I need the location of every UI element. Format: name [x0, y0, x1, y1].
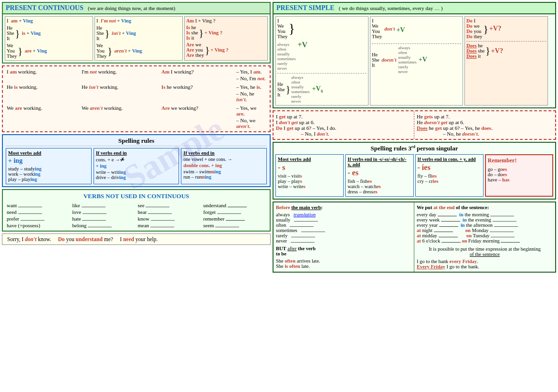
sp3-i4: fish – fishes — [347, 179, 411, 184]
ex-ans-2: – Yes, he is. — [236, 84, 266, 90]
get-l3: Do I get up at 6? – Yes, I do. — [276, 125, 411, 131]
v13: have (=possess) — [7, 222, 69, 228]
ex-spacer-3a — [7, 117, 81, 129]
sp3-i8: cry – cries — [418, 179, 481, 184]
ps-neg-cell: IWeYouThey don't +V HeSheIt do — [370, 16, 463, 106]
ps-neg-hesheit-row: HeSheIt doesn't alwaysoftenusuallysometi… — [372, 43, 461, 74]
ps-neg-content: IWeYouThey don't +V — [372, 18, 461, 42]
pc-examples-box: I am working. I'm not working. Am I work… — [2, 65, 271, 132]
verbs-content: VERBS NOT USED IN CONTINUOUS want like s… — [3, 190, 270, 231]
ps-neg-iweyyouthey: IWeYouThey don't — [372, 18, 395, 39]
tl-6: never — [276, 238, 411, 244]
ps-aff-cell: IWeYouThey } alwaysoftenusuallysometimes… — [275, 16, 368, 106]
sp-col2-sub: cons. + e →✗ — [96, 157, 177, 162]
get-r1: He gets up at 7. — [417, 114, 553, 119]
pc-aff-cell: I am + Ving HeSheIt } is + Ving WeYouThe… — [5, 16, 93, 61]
ps-q-do-row: Do I Do we Do you Do they } +V? — [466, 18, 546, 39]
sp3-i5: watch – watches — [347, 184, 411, 189]
ex-ans-3: – Yes, we are. — [236, 105, 266, 117]
sp3-col2: If verbs end in -s/-ss/-sh/-ch/- x, add … — [345, 154, 413, 197]
sp-col2-items: write – writing drive – driving — [96, 170, 177, 180]
ps-aff-he-she-it-group: HeSheIt } alwaysoftenusuallysometimesrar… — [277, 75, 367, 104]
get-content: I get up at 7. I don't get up at 6. Do I… — [274, 111, 555, 139]
v10: hate — [72, 216, 135, 222]
pc-he-she-it: HeSheIt — [7, 25, 14, 41]
ps-aff-hesheit-row: HeSheIt } alwaysoftenusuallysometimesrar… — [277, 73, 367, 104]
sp-item-5: drive – driving — [96, 175, 177, 180]
ex-spacer-2a — [7, 91, 81, 102]
v9: prefer — [7, 216, 69, 222]
tl-5: rarely — [276, 233, 411, 238]
sp-col1-highlight: + ing — [8, 157, 89, 165]
get-left: I get up at 7. I don't get up at 6. Do I… — [274, 111, 414, 139]
sp-col3-title: If verbs end in — [183, 150, 264, 156]
time-eg1: I go to the bank every Friday. — [417, 259, 553, 264]
time-right-rows: every day in the morning every week in t… — [417, 212, 553, 244]
ps-neg-list: IWeYouThey — [372, 18, 382, 39]
pc-aff-hesheit: HeSheIt } is + Ving — [7, 25, 91, 41]
ps-neg-subjects: IWeYouThey don't — [372, 18, 395, 42]
ps-freq-2: alwaysoftenusuallysometimesrarelynever — [291, 75, 310, 104]
ex-aff-2: He is working. — [7, 84, 81, 90]
sp-item-2: work – working — [8, 171, 89, 177]
v7: hear — [138, 209, 200, 215]
ps-q-v-1: +V? — [489, 25, 501, 32]
get-r4: – No, he doesn't. — [417, 131, 553, 137]
ex-spacer-1b — [82, 75, 160, 81]
v4: understand — [203, 202, 266, 208]
sp-item-6: swim – swimming — [183, 169, 264, 174]
time-content: Before the main verb: always translation… — [274, 202, 555, 272]
brace-ps1: } — [289, 22, 295, 35]
brace-5: } — [199, 26, 204, 40]
get-examples-box: I get up at 7. I don't get up at 6. Do I… — [273, 110, 556, 140]
tr-6: at 6 o'clock on Friday morning — [417, 238, 553, 244]
ps-freq-3: alwaysoftenusuallysometimesrarelynever — [398, 45, 417, 74]
verbs-title: VERBS NOT USED IN CONTINUOUS — [7, 192, 266, 200]
sp3-col1-items: visit – visits play – plays write – writ… — [278, 173, 341, 189]
sp-item-3: play – playing — [8, 177, 89, 182]
sp3-content: Spelling rules 3rd person singular Most … — [274, 143, 555, 199]
sp3-i1: visit – visits — [278, 173, 341, 179]
ex-q-2: Is he working? — [161, 84, 235, 90]
time-possible: It is possible to put the time expressio… — [417, 246, 553, 257]
v16: seem — [203, 222, 266, 228]
ps-aff-iweyyouthey: IWeYouThey } — [277, 18, 296, 39]
pc-q-is-verbs: Is he Is she Is it — [186, 25, 198, 41]
spelling-title: Spelling rules — [6, 137, 267, 146]
ps-aff-freq-1: alwaysoftenusuallysometimesrarelynever — [277, 42, 296, 71]
ps-q-does-group: Does he Does she Does it } +V? — [466, 41, 546, 59]
ps-aff-subjects: IWeYouThey } alwaysoftenusuallysometimes… — [277, 18, 296, 72]
tl-1: always translation — [276, 212, 411, 217]
tr-1: every day in the morning — [417, 212, 553, 217]
sp-col3-sub: one vowel + one cons. → — [183, 157, 264, 162]
ex-spacer-2c — [161, 91, 235, 102]
sp-item-4: write – writing — [96, 170, 177, 175]
pc-aff-i: I am + Ving — [7, 18, 91, 23]
brace-ps3: } — [484, 21, 489, 37]
time-box: Before the main verb: always translation… — [273, 201, 556, 273]
ex-q-3: Are we working? — [161, 105, 235, 117]
time-left-title: Before the main verb: — [276, 205, 411, 210]
ps-aff-vs: +Vs — [312, 85, 323, 94]
sp3-col1-title: Most verbs add — [278, 157, 341, 162]
sorry-box: Sorry, I don't know. Do you understand m… — [2, 233, 271, 245]
ps-neg-doesnt: doesn't — [380, 57, 397, 63]
sp3-col4: Remember! go – goes do – does have – has — [485, 154, 553, 197]
time-eg2: Every Friday I go to the bank. — [417, 264, 553, 269]
sp-col2-title: If verbs end in — [96, 150, 177, 156]
left-column: PRESENT CONTINUOUS (we are doing things … — [2, 2, 271, 390]
tr-3: every year in the afternoon — [417, 222, 553, 228]
tr-5: at midday on Tuesday — [417, 233, 553, 238]
ps-neg-dont: don't — [383, 26, 395, 32]
sp3-box: Spelling rules 3rd person singular Most … — [273, 142, 556, 200]
tl-4: sometimes — [276, 228, 411, 233]
ex-ans-1: – Yes, I am. — [236, 69, 266, 74]
ps-q-do-verbs: Do I Do we Do you Do they — [466, 18, 483, 39]
ps-title: PRESENT SIMPLE — [276, 4, 335, 11]
present-continuous-box: PRESENT CONTINUOUS (we are doing things … — [2, 2, 271, 64]
ex-neg-3: We aren't working. — [82, 105, 160, 117]
ex-ans-2b: – No, he isn't. — [236, 91, 266, 102]
time-but: BUT after the verbto be — [276, 246, 411, 256]
v6: love — [72, 209, 135, 215]
ps-q-does-row: Does he Does she Does it } +V? — [466, 43, 546, 59]
